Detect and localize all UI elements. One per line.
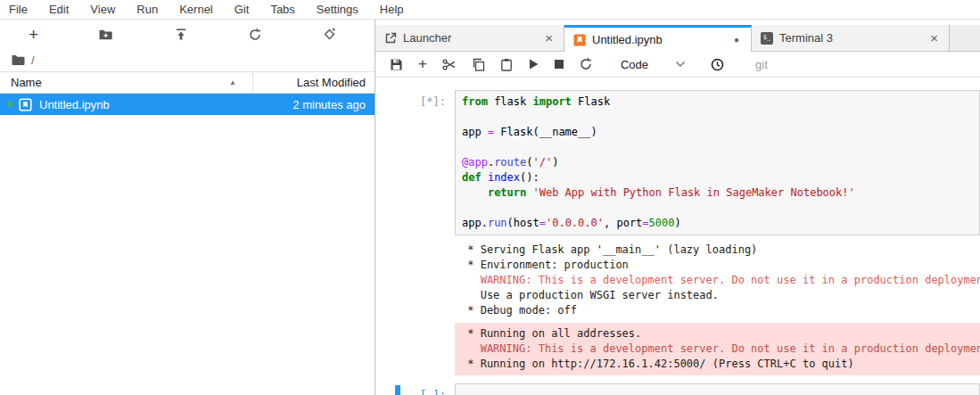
stop-icon <box>555 60 564 69</box>
cell-type-value: Code <box>621 58 648 71</box>
close-tab-icon[interactable]: × <box>543 32 555 45</box>
menu-git[interactable]: Git <box>224 3 260 16</box>
cut-icon <box>442 58 457 71</box>
paste-icon <box>500 58 513 71</box>
launcher-icon <box>384 32 397 45</box>
git-status-label: git <box>755 58 768 71</box>
kernel-history-button[interactable] <box>709 56 726 73</box>
stderr-text: * Running on all addresses. WARNING: Thi… <box>461 326 974 372</box>
insert-cell-button[interactable]: + <box>416 55 429 73</box>
restart-kernel-button[interactable] <box>577 55 595 73</box>
breadcrumb-root[interactable]: / <box>31 53 35 67</box>
cell-execution-prompt: [*]: <box>375 90 455 110</box>
active-cell-indicator-bar <box>395 385 400 395</box>
menu-settings[interactable]: Settings <box>306 3 369 16</box>
file-browser-panel: + <box>0 20 375 395</box>
paste-cells-button[interactable] <box>498 56 515 73</box>
new-launcher-plus-icon: + <box>29 28 38 42</box>
menu-kernel[interactable]: Kernel <box>169 3 224 16</box>
cell-type-dropdown[interactable]: Code <box>621 58 686 71</box>
cut-cells-button[interactable] <box>441 56 458 73</box>
upload-icon <box>174 28 188 42</box>
new-folder-icon <box>98 28 113 42</box>
save-button[interactable] <box>388 56 405 73</box>
file-list-header: Name ▲ Last Modified <box>0 71 375 94</box>
folder-icon <box>12 54 25 66</box>
code-editor[interactable]: from flask import Flask app = Flask(__na… <box>455 90 980 235</box>
copy-icon <box>472 58 485 71</box>
file-browser-toolbar: + <box>0 20 375 49</box>
dock-panel: Launcher × Untitled.ipynb ● $_ <box>375 20 980 395</box>
interrupt-kernel-button[interactable] <box>553 58 565 70</box>
notebook-toolbar: + <box>375 52 980 78</box>
close-tab-icon[interactable]: × <box>928 32 940 45</box>
sort-ascending-icon: ▲ <box>229 78 236 86</box>
notebook-icon <box>573 34 586 46</box>
upload-button[interactable] <box>172 26 190 44</box>
menu-run[interactable]: Run <box>126 3 169 16</box>
tab-untitled-ipynb[interactable]: Untitled.ipynb ● <box>564 25 752 52</box>
code-content: from flask import Flask app = Flask(__na… <box>462 95 973 231</box>
tab-terminal-3[interactable]: $_ Terminal 3 × <box>752 25 950 51</box>
notebook-file-icon <box>19 98 32 111</box>
code-editor[interactable] <box>455 383 980 395</box>
menu-help[interactable]: Help <box>369 3 415 16</box>
column-header-last-modified[interactable]: Last Modified <box>252 72 375 93</box>
column-header-name[interactable]: Name ▲ <box>0 72 252 93</box>
jupyterlab-window: File Edit View Run Kernel Git Tabs Setti… <box>0 0 980 395</box>
menu-edit[interactable]: Edit <box>38 3 79 16</box>
notebook-area: [*]: from flask import Flask app = Flask… <box>375 78 980 395</box>
stdout-text: * Serving Flask app '__main__' (lazy loa… <box>455 243 980 318</box>
cell-execution-prompt: [ ]: <box>375 383 455 395</box>
empty-code-cell[interactable]: [ ]: <box>375 383 980 395</box>
tab-launcher[interactable]: Launcher × <box>375 25 564 51</box>
menu-view[interactable]: View <box>79 3 126 16</box>
new-launcher-button[interactable]: + <box>27 26 40 44</box>
file-row-untitled-ipynb[interactable]: Untitled.ipynb 2 minutes ago <box>0 94 375 115</box>
breadcrumb[interactable]: / <box>0 49 375 71</box>
chevron-down-icon <box>675 61 686 68</box>
insert-cell-plus-icon: + <box>418 57 427 71</box>
terminal-icon: $_ <box>761 32 773 45</box>
clock-icon <box>711 58 724 71</box>
file-last-modified: 2 minutes ago <box>292 98 375 111</box>
git-clone-icon <box>322 27 337 42</box>
copy-cells-button[interactable] <box>470 56 487 73</box>
output-prompt-spacer <box>375 243 455 318</box>
menu-bar: File Edit View Run Kernel Git Tabs Setti… <box>0 0 980 20</box>
new-folder-button[interactable] <box>96 26 115 44</box>
unsaved-changes-dot-icon[interactable]: ● <box>731 35 742 45</box>
git-clone-button[interactable] <box>320 25 339 44</box>
run-cell-button[interactable] <box>526 56 541 72</box>
refresh-icon <box>248 28 262 42</box>
tab-label: Launcher <box>403 31 537 45</box>
menu-tabs[interactable]: Tabs <box>259 3 305 16</box>
tab-label: Untitled.ipynb <box>592 33 725 46</box>
restart-icon <box>579 57 593 71</box>
file-name: Untitled.ipynb <box>39 98 110 111</box>
output-stdout: * Serving Flask app '__main__' (lazy loa… <box>375 243 980 318</box>
menu-file[interactable]: File <box>9 3 38 16</box>
dock-tab-bar: Launcher × Untitled.ipynb ● $_ <box>375 25 980 52</box>
output-stderr: * Running on all addresses. WARNING: Thi… <box>455 323 980 375</box>
refresh-button[interactable] <box>246 26 264 44</box>
tab-label: Terminal 3 <box>779 31 922 45</box>
run-icon <box>528 58 539 70</box>
kernel-running-dot-icon <box>7 102 12 107</box>
save-icon <box>390 58 403 71</box>
code-cell[interactable]: [*]: from flask import Flask app = Flask… <box>375 90 980 235</box>
